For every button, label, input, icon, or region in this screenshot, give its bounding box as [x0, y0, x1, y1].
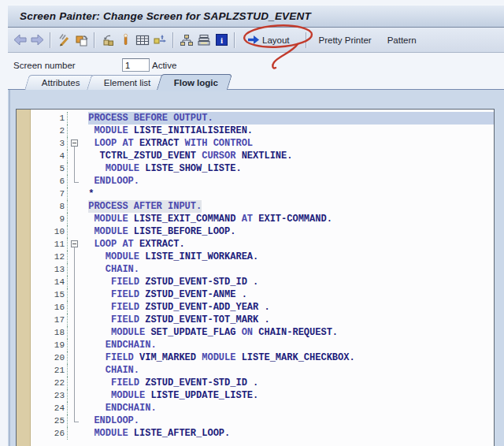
code-text: PROCESS AFTER INPUT.	[83, 200, 494, 213]
line-number: 6	[30, 175, 68, 188]
copy-screen-icon[interactable]	[72, 32, 90, 49]
line-number: 10	[30, 225, 68, 238]
pretty-printer-button[interactable]: Pretty Printer	[314, 32, 376, 49]
fold-gutter	[68, 288, 83, 301]
code-text: FIELD ZSTUD_EVENT-STD_ID .	[83, 377, 494, 389]
tab-attributes[interactable]: Attributes	[24, 75, 94, 90]
line-number: 2	[30, 125, 68, 137]
line-number: 3	[30, 137, 68, 150]
line-number: 26	[30, 427, 68, 440]
fold-gutter	[68, 301, 83, 314]
line-number: 7	[30, 188, 68, 200]
code-text: FIELD ZSTUD_EVENT-ADD_YEAR .	[83, 301, 494, 314]
code-line[interactable]: 3LOOP AT EXTRACT WITH CONTROL	[30, 137, 494, 150]
back-icon[interactable]	[11, 32, 28, 49]
fold-gutter	[68, 351, 83, 364]
fold-gutter	[68, 125, 83, 137]
code-line[interactable]: 6ENDLOOP.	[30, 175, 494, 188]
code-text: MODULE LISTE_UPDATE_LISTE.	[83, 389, 494, 402]
line-number: 17	[30, 314, 68, 326]
fold-gutter	[68, 377, 83, 389]
code-text: FIELD ZSTUD_EVENT-ANME .	[83, 288, 494, 301]
screen-number-input[interactable]	[122, 58, 150, 72]
code-text: PROCESS BEFORE OUTPUT.	[83, 112, 494, 125]
code-line[interactable]: 21CHAIN.	[30, 364, 494, 377]
forward-icon[interactable]	[28, 32, 46, 49]
fold-gutter	[68, 314, 83, 326]
code-line[interactable]: 23MODULE LISTE_UPDATE_LISTE.	[30, 389, 494, 402]
line-number: 18	[30, 326, 68, 339]
code-text: *	[83, 188, 494, 200]
line-number: 5	[30, 162, 68, 175]
print-list-icon[interactable]	[195, 32, 213, 49]
hierarchy-icon[interactable]	[178, 32, 195, 49]
line-number: 25	[30, 414, 68, 427]
code-line[interactable]: 9MODULE LISTE_EXIT_COMMAND AT EXIT-COMMA…	[30, 213, 494, 225]
code-line[interactable]: 18MODULE SET_UPDATE_FLAG ON CHAIN-REQUES…	[30, 326, 494, 339]
display-change-icon[interactable]	[55, 32, 72, 49]
code-line[interactable]: 24ENDCHAIN.	[30, 402, 494, 414]
flow-logic-editor[interactable]: 1PROCESS BEFORE OUTPUT.2MODULE LISTE_INI…	[16, 109, 495, 446]
table-control-icon[interactable]	[134, 32, 151, 49]
code-line[interactable]: 20FIELD VIM_MARKED MODULE LISTE_MARK_CHE…	[30, 351, 494, 364]
title-bar: Screen Painter: Change Screen for SAPLZS…	[8, 5, 504, 28]
line-number: 4	[30, 150, 68, 162]
fold-gutter	[68, 276, 83, 288]
code-line[interactable]: 13CHAIN.	[30, 263, 494, 276]
code-text: MODULE LISTE_AFTER_LOOP.	[83, 427, 494, 440]
activate-icon[interactable]	[117, 32, 134, 49]
code-line[interactable]: 5MODULE LISTE_SHOW_LISTE.	[30, 162, 494, 175]
code-line[interactable]: 2MODULE LISTE_INITIALISIEREN.	[30, 125, 494, 137]
code-text: MODULE LISTE_INIT_WORKAREA.	[83, 251, 494, 263]
pattern-label: Pattern	[387, 35, 417, 45]
pattern-button[interactable]: Pattern	[383, 32, 421, 49]
application-toolbar: i Layout Pretty Printer Pattern	[8, 28, 504, 53]
code-line[interactable]: 16FIELD ZSTUD_EVENT-ADD_YEAR .	[30, 301, 494, 314]
code-text: ENDLOOP.	[83, 175, 494, 188]
code-line[interactable]: 7*	[30, 188, 494, 200]
code-line[interactable]: 1PROCESS BEFORE OUTPUT.	[30, 112, 494, 125]
svg-text:i: i	[220, 35, 222, 45]
line-number: 15	[30, 288, 68, 301]
code-text: ENDCHAIN.	[83, 402, 494, 414]
other-screen-icon[interactable]	[99, 32, 117, 49]
code-line[interactable]: 22FIELD ZSTUD_EVENT-STD_ID .	[30, 377, 494, 389]
code-text: MODULE LISTE_SHOW_LISTE.	[83, 162, 494, 175]
code-text: FIELD ZSTUD_EVENT-STD_ID .	[83, 276, 494, 288]
code-line[interactable]: 12MODULE LISTE_INIT_WORKAREA.	[30, 251, 494, 263]
code-line[interactable]: 14FIELD ZSTUD_EVENT-STD_ID .	[30, 276, 494, 288]
info-icon[interactable]: i	[213, 32, 230, 49]
code-line[interactable]: 17FIELD ZSTUD_EVENT-TOT_MARK .	[30, 314, 494, 326]
code-text: LOOP AT EXTRACT WITH CONTROL	[83, 137, 494, 150]
fold-gutter	[68, 175, 83, 188]
layout-button[interactable]: Layout	[243, 32, 295, 49]
code-line[interactable]: 25ENDLOOP.	[30, 414, 494, 427]
screen-number-label: Screen number	[13, 61, 76, 70]
fold-collapse-icon[interactable]	[68, 238, 83, 251]
line-number: 20	[30, 351, 68, 364]
code-line[interactable]: 15FIELD ZSTUD_EVENT-ANME .	[30, 288, 494, 301]
code-area[interactable]: 1PROCESS BEFORE OUTPUT.2MODULE LISTE_INI…	[30, 112, 494, 446]
code-line[interactable]: 11LOOP AT EXTRACT.	[30, 238, 494, 251]
move-field-icon[interactable]	[151, 32, 169, 49]
code-line[interactable]: 4TCTRL_ZSTUD_EVENT CURSOR NEXTLINE.	[30, 150, 494, 162]
code-text: MODULE SET_UPDATE_FLAG ON CHAIN-REQUEST.	[83, 326, 494, 339]
fold-gutter	[68, 263, 83, 276]
breakpoint-margin[interactable]	[17, 110, 31, 446]
tab-element-list[interactable]: Element list	[87, 75, 165, 90]
fold-gutter	[68, 225, 83, 238]
toolbar-separator	[94, 32, 95, 48]
code-line[interactable]: 19ENDCHAIN.	[30, 339, 494, 351]
line-number: 21	[30, 364, 68, 377]
code-line[interactable]: 26MODULE LISTE_AFTER_LOOP.	[30, 427, 494, 440]
fold-gutter	[68, 251, 83, 263]
fold-collapse-icon[interactable]	[68, 137, 83, 150]
line-number: 8	[30, 200, 68, 213]
fold-gutter	[68, 326, 83, 339]
layout-button-label: Layout	[262, 35, 290, 45]
toolbar-separator	[306, 32, 307, 48]
code-line[interactable]: 8PROCESS AFTER INPUT.	[30, 200, 494, 213]
fold-gutter	[68, 150, 83, 162]
code-line[interactable]: 10MODULE LISTE_BEFORE_LOOP.	[30, 225, 494, 238]
tab-flow-logic[interactable]: Flow logic	[157, 74, 232, 90]
